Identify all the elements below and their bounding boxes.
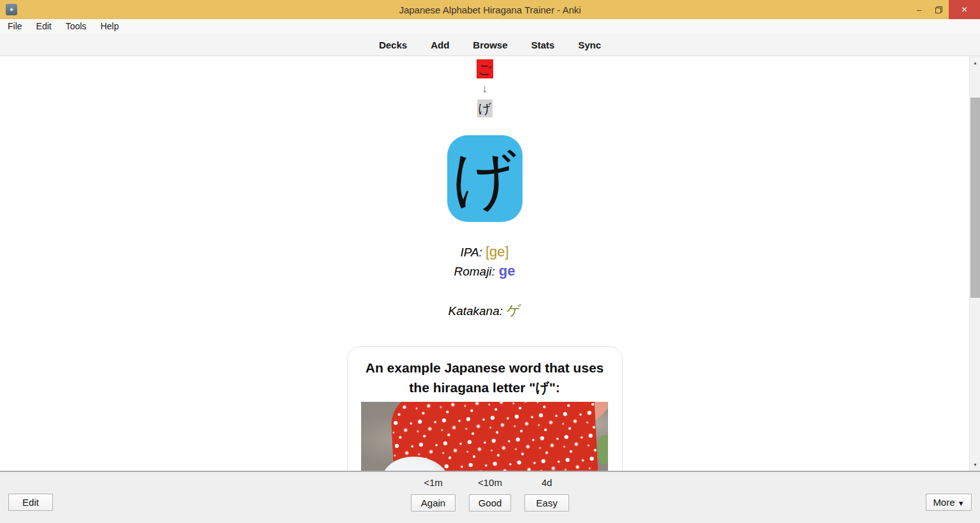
dropdown-arrow-icon: ▼ [958, 499, 965, 507]
easy-button[interactable]: Easy [524, 494, 569, 512]
vertical-scrollbar[interactable]: ▲ ▼ [969, 56, 980, 471]
good-button[interactable]: Good [469, 494, 511, 512]
menu-help[interactable]: Help [93, 19, 126, 34]
katakana-label: Katakana: [448, 304, 503, 318]
ipa-line: IPA:[ge] [448, 243, 521, 262]
window-controls: – ✕ [909, 0, 980, 19]
romaji-line: Romaji:ge [448, 262, 521, 281]
romaji-value: ge [499, 263, 516, 279]
again-column: <1m Again [408, 477, 459, 512]
example-photo [361, 402, 608, 471]
menu-file[interactable]: File [1, 19, 29, 34]
menu-tools[interactable]: Tools [59, 19, 94, 34]
card-content-area: ご ↓ げ げ IPA:[ge] Romaji:ge Katakana:ゲ An… [0, 56, 980, 471]
flashcard: ご ↓ げ げ IPA:[ge] Romaji:ge Katakana:ゲ An… [0, 56, 969, 471]
romaji-label: Romaji: [454, 265, 494, 278]
good-time-label: <10m [478, 477, 502, 489]
main-kana-tile: げ [447, 135, 523, 222]
nav-add[interactable]: Add [431, 40, 449, 50]
edit-button[interactable]: Edit [8, 494, 53, 511]
title-bar: ✦ Japanese Alphabet Hiragana Trainer - A… [0, 0, 980, 19]
scroll-up-icon: ▲ [973, 61, 977, 65]
example-word-card: An example Japanese word that uses the h… [347, 346, 623, 471]
arrow-down-icon: ↓ [482, 83, 487, 96]
nav-decks[interactable]: Decks [379, 40, 407, 50]
katakana-value: ゲ [507, 302, 521, 318]
source-kana-tile: ご [477, 59, 493, 78]
more-label: More [933, 497, 954, 508]
window-title: Japanese Alphabet Hiragana Trainer - Ank… [0, 4, 980, 15]
ipa-value: [ge] [486, 244, 509, 260]
pronunciation-block: IPA:[ge] Romaji:ge Katakana:ゲ [448, 243, 521, 321]
close-icon: ✕ [961, 5, 967, 14]
ipa-label: IPA: [460, 246, 482, 259]
nav-stats[interactable]: Stats [531, 40, 555, 50]
again-time-label: <1m [424, 477, 443, 489]
easy-time-label: 4d [542, 477, 553, 489]
restore-icon [935, 6, 942, 13]
good-column: <10m Good [464, 477, 516, 512]
answer-bar: Edit <1m Again <10m Good 4d Easy More ▼ [0, 471, 980, 523]
close-button[interactable]: ✕ [949, 0, 980, 19]
example-heading: An example Japanese word that uses the h… [364, 358, 605, 397]
maximize-button[interactable] [929, 0, 949, 19]
minimize-icon: – [917, 5, 921, 15]
scroll-down-button[interactable]: ▼ [970, 459, 980, 470]
menu-bar: File Edit Tools Help [0, 19, 980, 34]
easy-column: 4d Easy [521, 477, 572, 512]
again-button[interactable]: Again [411, 494, 456, 512]
more-button[interactable]: More ▼ [926, 494, 972, 511]
nav-bar: Decks Add Browse Stats Sync [0, 34, 980, 56]
leaf-shape [597, 435, 608, 464]
menu-edit[interactable]: Edit [29, 19, 59, 34]
scroll-down-icon: ▼ [973, 462, 977, 467]
katakana-line: Katakana:ゲ [448, 302, 521, 321]
nav-sync[interactable]: Sync [578, 40, 601, 50]
scroll-up-button[interactable]: ▲ [970, 57, 980, 68]
nav-browse[interactable]: Browse [473, 40, 507, 50]
scrollbar-thumb[interactable] [970, 98, 980, 298]
minimize-button[interactable]: – [909, 0, 929, 19]
ease-buttons-group: <1m Again <10m Good 4d Easy [408, 477, 572, 512]
derived-kana-tile: げ [477, 99, 493, 117]
